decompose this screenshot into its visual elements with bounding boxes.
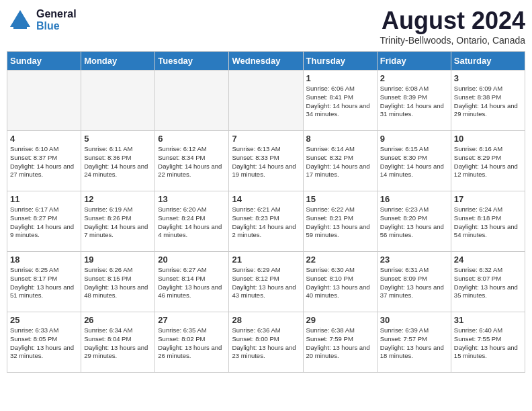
- day-info: Sunrise: 6:19 AM Sunset: 8:26 PM Dayligh…: [84, 205, 152, 240]
- calendar-cell: 11Sunrise: 6:17 AM Sunset: 8:27 PM Dayli…: [7, 191, 81, 252]
- calendar-week-row: 11Sunrise: 6:17 AM Sunset: 8:27 PM Dayli…: [7, 191, 525, 252]
- calendar-cell: 26Sunrise: 6:34 AM Sunset: 8:04 PM Dayli…: [81, 312, 155, 373]
- day-number: 1: [306, 73, 374, 83]
- day-info: Sunrise: 6:23 AM Sunset: 8:20 PM Dayligh…: [380, 205, 448, 240]
- calendar-cell: 5Sunrise: 6:11 AM Sunset: 8:36 PM Daylig…: [81, 131, 155, 191]
- calendar-cell: 25Sunrise: 6:33 AM Sunset: 8:05 PM Dayli…: [7, 312, 81, 373]
- day-number: 28: [232, 315, 300, 325]
- logo-icon: [7, 7, 34, 34]
- calendar-cell: [7, 71, 81, 131]
- day-number: 30: [380, 315, 448, 325]
- day-info: Sunrise: 6:06 AM Sunset: 8:41 PM Dayligh…: [306, 85, 374, 119]
- day-number: 4: [10, 134, 78, 144]
- calendar-cell: 19Sunrise: 6:26 AM Sunset: 8:15 PM Dayli…: [81, 252, 155, 312]
- title-area: August 2024 Trinity-Bellwoods, Ontario, …: [380, 7, 525, 46]
- day-info: Sunrise: 6:08 AM Sunset: 8:39 PM Dayligh…: [380, 85, 448, 119]
- day-info: Sunrise: 6:33 AM Sunset: 8:05 PM Dayligh…: [10, 326, 78, 361]
- calendar-cell: 24Sunrise: 6:32 AM Sunset: 8:07 PM Dayli…: [451, 252, 525, 312]
- day-number: 24: [454, 255, 522, 265]
- day-info: Sunrise: 6:40 AM Sunset: 7:55 PM Dayligh…: [454, 326, 522, 361]
- day-info: Sunrise: 6:09 AM Sunset: 8:38 PM Dayligh…: [454, 85, 522, 119]
- calendar-week-row: 25Sunrise: 6:33 AM Sunset: 8:05 PM Dayli…: [7, 312, 525, 373]
- calendar-week-row: 1Sunrise: 6:06 AM Sunset: 8:41 PM Daylig…: [7, 71, 525, 131]
- day-info: Sunrise: 6:15 AM Sunset: 8:30 PM Dayligh…: [380, 145, 448, 179]
- day-number: 5: [84, 134, 152, 144]
- day-number: 22: [306, 255, 374, 265]
- calendar-week-row: 4Sunrise: 6:10 AM Sunset: 8:37 PM Daylig…: [7, 131, 525, 191]
- day-of-week-header: Tuesday: [155, 52, 229, 71]
- calendar-cell: 4Sunrise: 6:10 AM Sunset: 8:37 PM Daylig…: [7, 131, 81, 191]
- day-number: 27: [158, 315, 226, 325]
- day-info: Sunrise: 6:17 AM Sunset: 8:27 PM Dayligh…: [10, 205, 78, 240]
- day-info: Sunrise: 6:25 AM Sunset: 8:17 PM Dayligh…: [10, 266, 78, 300]
- calendar-cell: 27Sunrise: 6:35 AM Sunset: 8:02 PM Dayli…: [155, 312, 229, 373]
- day-of-week-header: Saturday: [451, 52, 525, 71]
- day-info: Sunrise: 6:31 AM Sunset: 8:09 PM Dayligh…: [380, 266, 448, 300]
- calendar-cell: 2Sunrise: 6:08 AM Sunset: 8:39 PM Daylig…: [377, 71, 451, 131]
- calendar-cell: 9Sunrise: 6:15 AM Sunset: 8:30 PM Daylig…: [377, 131, 451, 191]
- calendar-cell: 20Sunrise: 6:27 AM Sunset: 8:14 PM Dayli…: [155, 252, 229, 312]
- day-of-week-header: Monday: [81, 52, 155, 71]
- day-number: 31: [454, 315, 522, 325]
- day-number: 9: [380, 134, 448, 144]
- day-info: Sunrise: 6:26 AM Sunset: 8:15 PM Dayligh…: [84, 266, 152, 300]
- day-number: 20: [158, 255, 226, 265]
- calendar-cell: [229, 71, 303, 131]
- calendar-cell: 6Sunrise: 6:12 AM Sunset: 8:34 PM Daylig…: [155, 131, 229, 191]
- day-number: 6: [158, 134, 226, 144]
- day-number: 11: [10, 194, 78, 204]
- day-info: Sunrise: 6:13 AM Sunset: 8:33 PM Dayligh…: [232, 145, 300, 179]
- calendar-cell: 17Sunrise: 6:24 AM Sunset: 8:18 PM Dayli…: [451, 191, 525, 252]
- day-number: 13: [158, 194, 226, 204]
- day-info: Sunrise: 6:36 AM Sunset: 8:00 PM Dayligh…: [232, 326, 300, 361]
- calendar-cell: 8Sunrise: 6:14 AM Sunset: 8:32 PM Daylig…: [303, 131, 377, 191]
- day-number: 17: [454, 194, 522, 204]
- logo-general: General: [36, 8, 77, 20]
- day-number: 10: [454, 134, 522, 144]
- day-number: 18: [10, 255, 78, 265]
- calendar-cell: [81, 71, 155, 131]
- calendar-week-row: 18Sunrise: 6:25 AM Sunset: 8:17 PM Dayli…: [7, 252, 525, 312]
- day-info: Sunrise: 6:14 AM Sunset: 8:32 PM Dayligh…: [306, 145, 374, 179]
- day-number: 26: [84, 315, 152, 325]
- calendar-cell: 23Sunrise: 6:31 AM Sunset: 8:09 PM Dayli…: [377, 252, 451, 312]
- day-info: Sunrise: 6:35 AM Sunset: 8:02 PM Dayligh…: [158, 326, 226, 361]
- day-info: Sunrise: 6:27 AM Sunset: 8:14 PM Dayligh…: [158, 266, 226, 300]
- calendar-cell: 15Sunrise: 6:22 AM Sunset: 8:21 PM Dayli…: [303, 191, 377, 252]
- calendar-cell: 22Sunrise: 6:30 AM Sunset: 8:10 PM Dayli…: [303, 252, 377, 312]
- svg-marker-0: [10, 10, 30, 27]
- logo-blue: Blue: [36, 20, 77, 32]
- day-number: 16: [380, 194, 448, 204]
- page-header: General Blue August 2024 Trinity-Bellwoo…: [7, 7, 525, 46]
- logo: General Blue: [7, 7, 77, 34]
- day-number: 2: [380, 73, 448, 83]
- calendar-cell: 1Sunrise: 6:06 AM Sunset: 8:41 PM Daylig…: [303, 71, 377, 131]
- day-info: Sunrise: 6:30 AM Sunset: 8:10 PM Dayligh…: [306, 266, 374, 300]
- day-number: 19: [84, 255, 152, 265]
- calendar-cell: 16Sunrise: 6:23 AM Sunset: 8:20 PM Dayli…: [377, 191, 451, 252]
- day-of-week-header: Wednesday: [229, 52, 303, 71]
- day-info: Sunrise: 6:34 AM Sunset: 8:04 PM Dayligh…: [84, 326, 152, 361]
- calendar-cell: 14Sunrise: 6:21 AM Sunset: 8:23 PM Dayli…: [229, 191, 303, 252]
- calendar-cell: [155, 71, 229, 131]
- calendar-cell: 29Sunrise: 6:38 AM Sunset: 7:59 PM Dayli…: [303, 312, 377, 373]
- day-info: Sunrise: 6:12 AM Sunset: 8:34 PM Dayligh…: [158, 145, 226, 179]
- day-number: 14: [232, 194, 300, 204]
- day-info: Sunrise: 6:39 AM Sunset: 7:57 PM Dayligh…: [380, 326, 448, 361]
- calendar-cell: 12Sunrise: 6:19 AM Sunset: 8:26 PM Dayli…: [81, 191, 155, 252]
- day-info: Sunrise: 6:38 AM Sunset: 7:59 PM Dayligh…: [306, 326, 374, 361]
- day-number: 8: [306, 134, 374, 144]
- location: Trinity-Bellwoods, Ontario, Canada: [380, 35, 525, 46]
- day-number: 21: [232, 255, 300, 265]
- calendar-cell: 10Sunrise: 6:16 AM Sunset: 8:29 PM Dayli…: [451, 131, 525, 191]
- day-number: 15: [306, 194, 374, 204]
- month-title: August 2024: [380, 7, 525, 35]
- day-number: 12: [84, 194, 152, 204]
- day-info: Sunrise: 6:21 AM Sunset: 8:23 PM Dayligh…: [232, 205, 300, 240]
- calendar-cell: 31Sunrise: 6:40 AM Sunset: 7:55 PM Dayli…: [451, 312, 525, 373]
- day-info: Sunrise: 6:16 AM Sunset: 8:29 PM Dayligh…: [454, 145, 522, 179]
- day-of-week-header: Thursday: [303, 52, 377, 71]
- day-number: 23: [380, 255, 448, 265]
- day-of-week-header: Friday: [377, 52, 451, 71]
- day-of-week-header: Sunday: [7, 52, 81, 71]
